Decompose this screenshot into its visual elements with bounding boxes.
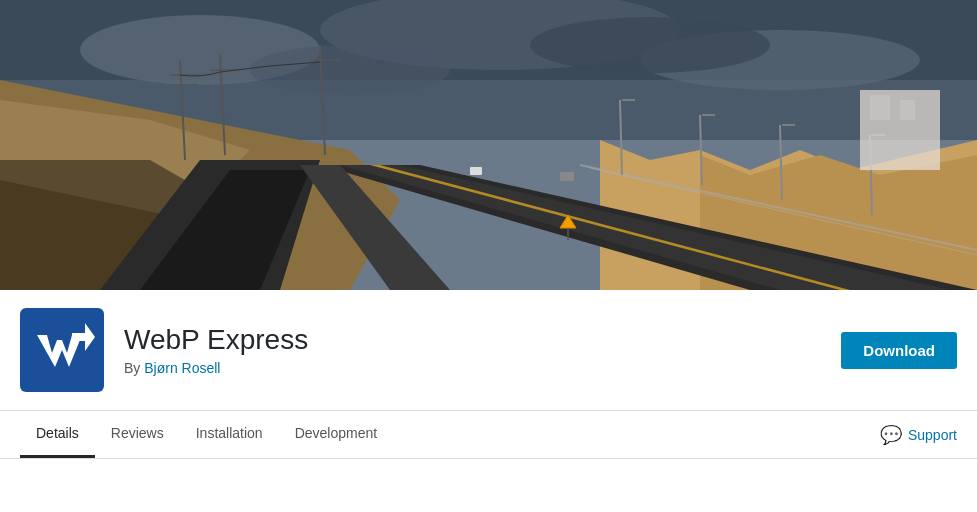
by-label: By	[124, 360, 140, 376]
hero-banner	[0, 0, 977, 290]
svg-rect-38	[560, 172, 574, 181]
plugin-info-section: WebP Express By Bjørn Rosell Download	[0, 290, 977, 411]
svg-point-6	[250, 45, 450, 95]
tabs-bar: Details Reviews Installation Development…	[0, 411, 977, 459]
tab-reviews[interactable]: Reviews	[95, 411, 180, 458]
svg-rect-37	[470, 167, 482, 175]
tab-installation[interactable]: Installation	[180, 411, 279, 458]
plugin-icon	[20, 308, 104, 392]
plugin-name: WebP Express	[124, 324, 841, 356]
svg-rect-43	[900, 100, 915, 120]
svg-point-7	[530, 17, 770, 73]
plugin-details: WebP Express By Bjørn Rosell	[124, 324, 841, 376]
plugin-author: By Bjørn Rosell	[124, 360, 841, 376]
tab-details[interactable]: Details	[20, 411, 95, 458]
support-link[interactable]: 💬 Support	[880, 424, 957, 446]
svg-rect-42	[870, 95, 890, 120]
support-label: Support	[908, 427, 957, 443]
support-icon: 💬	[880, 424, 902, 446]
download-button[interactable]: Download	[841, 332, 957, 369]
tab-development[interactable]: Development	[279, 411, 394, 458]
author-link[interactable]: Bjørn Rosell	[144, 360, 220, 376]
